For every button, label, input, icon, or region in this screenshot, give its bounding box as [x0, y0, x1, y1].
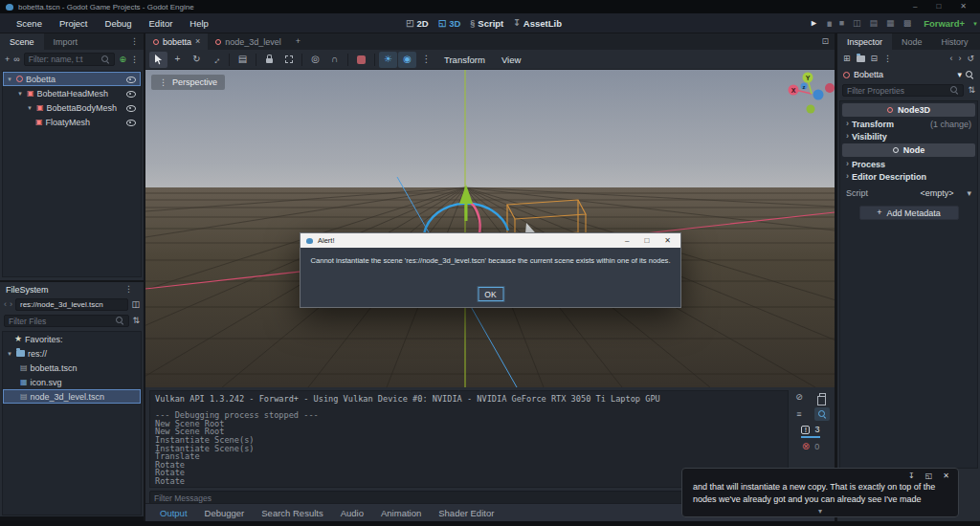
visibility-eye-icon[interactable] — [126, 75, 136, 83]
play-button[interactable]: ► — [810, 19, 818, 28]
rotate-tool-button[interactable]: ↻ — [188, 52, 206, 68]
script-value[interactable]: <empty> — [920, 188, 953, 198]
close-icon[interactable]: ✕ — [943, 472, 949, 480]
workspace-assetlib[interactable]: ↧AssetLib — [513, 18, 562, 29]
scene-node-floaty-mesh[interactable]: ▣ FloatyMesh — [3, 115, 141, 129]
collapse-icon[interactable]: ▾ — [16, 90, 24, 97]
current-path[interactable]: res://node_3d_level.tscn — [15, 298, 128, 311]
scene-tree-menu-icon[interactable]: ⋮ — [130, 55, 139, 64]
scene-tab-bobetta[interactable]: bobetta × — [145, 33, 208, 50]
sort-icon[interactable]: ⇅ — [132, 317, 140, 325]
add-metadata-button[interactable]: + Add Metadata — [859, 206, 959, 220]
workspace-2d[interactable]: ◰2D — [406, 18, 429, 29]
dock-menu-icon[interactable]: ⋮ — [125, 33, 144, 50]
popout-icon[interactable]: ◱ — [925, 472, 933, 480]
move-tool-button[interactable]: + — [168, 52, 187, 68]
scene-node-bobetta[interactable]: ▾ Bobetta — [3, 72, 141, 86]
snap-toggle-button[interactable]: ∩ — [325, 52, 344, 68]
local-space-button[interactable]: ◎ — [306, 52, 324, 68]
axis-ball-z-neg[interactable] — [813, 90, 824, 100]
axis-ball-y-neg[interactable] — [807, 105, 815, 114]
resource-options-icon[interactable]: ⋮ — [883, 55, 892, 63]
window-close-button[interactable]: ✕ — [960, 3, 967, 11]
scene-filter-input[interactable]: Filter: name, t:t — [24, 53, 116, 66]
clear-log-button[interactable]: ⊘ — [791, 390, 807, 404]
tab-inspector[interactable]: Inspector — [837, 33, 892, 50]
alert-titlebar[interactable]: Alert! – □ ✕ — [301, 233, 680, 248]
open-docs-icon[interactable] — [966, 71, 974, 79]
history-back-icon[interactable]: ‹ — [949, 55, 952, 63]
tab-animation[interactable]: Animation — [372, 508, 430, 518]
instantiate-scene-icon[interactable]: ∞ — [13, 55, 19, 64]
pause-button[interactable]: ▮▮ — [827, 20, 831, 27]
expand-viewport-icon[interactable]: ⊡ — [815, 33, 835, 50]
tab-import[interactable]: Import — [44, 33, 88, 50]
right-dock-splitter[interactable] — [835, 33, 837, 526]
new-scene-tab-button[interactable]: + — [289, 33, 307, 50]
chevron-down-icon[interactable]: ▾ — [957, 71, 962, 79]
collapse-icon[interactable]: ▾ — [26, 104, 33, 111]
play-scene-button[interactable]: ▤ — [870, 19, 879, 28]
tab-search-results[interactable]: Search Results — [253, 508, 331, 518]
file-bobetta-tscn[interactable]: ▤ bobetta.tscn — [3, 361, 141, 375]
menu-scene[interactable]: Scene — [8, 15, 51, 32]
chevron-down-icon[interactable]: ▾ — [818, 508, 822, 515]
menu-project[interactable]: Project — [51, 15, 97, 32]
tab-node[interactable]: Node — [892, 33, 932, 50]
menu-debug[interactable]: Debug — [97, 15, 141, 32]
section-node[interactable]: Node — [842, 143, 975, 157]
viewport-3d[interactable]: Y X z ⋮ Perspective — [145, 70, 835, 387]
tab-shader-editor[interactable]: Shader Editor — [430, 508, 502, 518]
menu-help[interactable]: Help — [181, 15, 217, 32]
split-mode-icon[interactable]: ◫ — [131, 300, 140, 309]
new-resource-button[interactable]: ⊞ — [843, 55, 851, 63]
select-tool-button[interactable] — [149, 52, 167, 68]
lock-node-button[interactable] — [260, 52, 278, 68]
filter-files-input[interactable]: Filter Files — [4, 315, 129, 327]
dialog-maximize-button[interactable]: □ — [644, 237, 649, 245]
menu-editor[interactable]: Editor — [141, 15, 182, 32]
renderer-dropdown[interactable]: Forward+ — [924, 18, 965, 29]
group-visibility[interactable]: › Visibility — [840, 130, 977, 142]
group-node-button[interactable] — [279, 52, 298, 68]
preview-environment-button[interactable]: ◉ — [398, 52, 416, 68]
dialog-close-button[interactable]: ✕ — [664, 237, 671, 245]
file-node-3d-level-tscn[interactable]: ▤ node_3d_level.tscn — [3, 389, 141, 404]
remote-debug-icon[interactable]: ◫ — [853, 19, 861, 28]
dialog-minimize-button[interactable]: – — [625, 237, 629, 245]
pin-icon[interactable]: ↧ — [908, 472, 915, 480]
stop-button[interactable]: ■ — [839, 19, 844, 28]
list-select-tool-button[interactable]: ▤ — [234, 52, 252, 68]
movie-maker-button[interactable]: ▩ — [903, 19, 912, 28]
error-filter-toggle[interactable]: ⊗ 0 — [802, 442, 819, 451]
group-process[interactable]: › Process — [840, 158, 977, 170]
scene-node-head-mesh[interactable]: ▾ ▣ BobettaHeadMesh — [3, 86, 141, 100]
scale-tool-button[interactable]: ↔ — [204, 47, 228, 71]
window-maximize-button[interactable]: □ — [936, 3, 941, 11]
group-editor-description[interactable]: › Editor Description — [840, 170, 977, 183]
collapse-duplicates-button[interactable]: ≡ — [791, 407, 807, 421]
group-transform[interactable]: › Transform (1 change) — [840, 118, 977, 130]
tab-history[interactable]: History — [932, 33, 978, 50]
tab-audio[interactable]: Audio — [332, 508, 372, 518]
visibility-eye-icon[interactable] — [126, 118, 136, 126]
copy-log-button[interactable] — [814, 390, 830, 404]
history-forward-icon[interactable]: › — [958, 55, 961, 63]
section-node3d[interactable]: Node3D — [842, 103, 975, 117]
res-root-item[interactable]: ▾ res:// — [3, 346, 141, 361]
add-node-button[interactable]: + — [5, 55, 10, 64]
tab-output[interactable]: Output — [151, 508, 196, 518]
script-property-row[interactable]: Script <empty> ▾ — [840, 186, 977, 201]
scene-tab-node-3d-level[interactable]: node_3d_level — [208, 33, 289, 50]
filter-properties-input[interactable]: Filter Properties — [842, 84, 964, 97]
chevron-down-icon[interactable]: ▾ — [967, 189, 971, 198]
camera-preview-button[interactable] — [352, 52, 370, 68]
window-minimize-button[interactable]: – — [913, 3, 917, 11]
workspace-script[interactable]: §Script — [470, 18, 503, 29]
visibility-eye-icon[interactable] — [126, 103, 136, 112]
save-resource-button[interactable]: ⊟ — [871, 55, 879, 63]
transform-menu[interactable]: Transform — [436, 55, 493, 65]
warning-filter-toggle[interactable]: ! 3 — [801, 425, 819, 438]
show-search-button[interactable] — [814, 407, 830, 421]
file-icon-svg[interactable]: ▦ icon.svg — [3, 375, 141, 389]
